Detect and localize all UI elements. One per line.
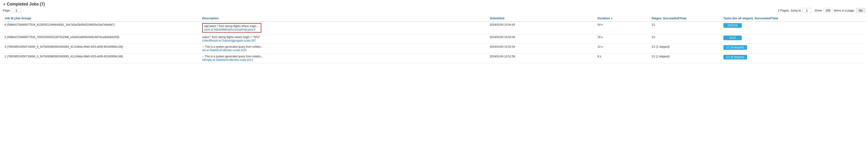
submitted-cell: 2024/01/04 10:54:43 [488, 22, 596, 34]
tasks-badge: 1/1 (8 skipped) [723, 55, 747, 59]
submitted-cell: 2024/01/04 10:51:58 [488, 53, 596, 63]
items-label: items in a page. [834, 9, 855, 12]
tasks-cell: 1/1 (8 skipped) [721, 53, 865, 63]
tasks-cell: 1/1 (8 skipped) [721, 44, 865, 53]
show-count-input[interactable] [824, 8, 833, 13]
desc-cell: select * from sternp.flights where origi… [200, 34, 488, 44]
page-text: Page: [3, 9, 10, 12]
desc-text: -- This is a system generated query from… [202, 55, 486, 58]
page-title: ▼ Completed Jobs (7) [3, 2, 865, 7]
col-header-tasks[interactable]: Tasks (for all stages): Succeeded/Total [721, 15, 865, 22]
col-header-duration[interactable]: Duration ▾ [596, 15, 650, 22]
show-label: . Show [813, 9, 822, 12]
page-label-left: Page: [3, 8, 21, 13]
sort-arrow-duration: ▾ [611, 17, 612, 20]
duration-cell: 16 s [596, 34, 650, 44]
table-header: Job Id (Job Group) Description Submitted… [3, 15, 865, 22]
highlighted-desc-box: sql('select * from sternp.flights where … [202, 23, 261, 32]
desc-link[interactable]: collectResult at OutputAggregator.scala:… [202, 39, 256, 42]
submitted-cell: 2024/01/04 10:52:00 [488, 34, 596, 44]
tasks-cell: 10/10 [721, 34, 865, 44]
desc-link[interactable]: save at NativeMethodAccessorImpl.java:0 [204, 28, 255, 31]
col-header-job-id[interactable]: Job Id (Job Group) [3, 15, 200, 22]
tasks-badge: 1/1 (8 skipped) [723, 45, 747, 50]
desc-text: -- This is a system generated query from… [202, 45, 486, 48]
toggle-icon[interactable]: ▼ [3, 2, 6, 6]
desc-cell: sql('select * from sternp.flights where … [200, 22, 488, 34]
pages-info: 1 Pages. Jump to [778, 9, 801, 12]
tasks-cell: 258/258 [721, 22, 865, 34]
go-button[interactable]: Go [856, 8, 865, 13]
stages-cell: 1/1 (1 skipped) [650, 44, 721, 53]
job-id-cell: 3 (785038524350719090_9_5478260982602493… [3, 44, 200, 53]
table-row: 1 (785038524350719090_9_5478260982602493… [3, 53, 865, 63]
tasks-badge: 258/258 [723, 23, 742, 28]
jobs-table: Job Id (Job Group) Description Submitted… [3, 15, 865, 63]
job-id-cell: 6 (598642754680077534_622855512994640081… [3, 22, 200, 34]
desc-cell: -- This is a system generated query from… [200, 44, 488, 53]
col-header-stages[interactable]: Stages: Succeeded/Total [650, 15, 721, 22]
table-body: 6 (598642754680077534_622855512994640081… [3, 22, 865, 63]
job-id-cell: 1 (785038524350719090_9_5478260982602493… [3, 53, 200, 63]
table-row: 3 (785038524350719090_9_5478260982602493… [3, 44, 865, 53]
duration-cell: 12 s [596, 44, 650, 53]
pagination-row: Page: 1 Pages. Jump to . Show items in a… [3, 8, 865, 13]
col-header-description[interactable]: Description [200, 15, 488, 22]
pagination-right: 1 Pages. Jump to . Show items in a page.… [778, 8, 865, 13]
desc-cell: -- This is a system generated query from… [200, 53, 488, 63]
title-text: Completed Jobs [7, 2, 39, 7]
table-row: 6 (598642754680077534_622855512994640081… [3, 22, 865, 34]
stages-cell: 1/1 (1 skipped) [650, 53, 721, 63]
duration-cell: 6 s [596, 53, 650, 63]
col-header-submitted[interactable]: Submitted [488, 15, 596, 22]
stages-cell: 1/1 [650, 22, 721, 34]
job-count: (7) [40, 2, 45, 7]
desc-text: sql('select * from sternp.flights where … [204, 25, 259, 28]
submitted-cell: 2024/01/04 10:52:04 [488, 44, 596, 53]
stages-cell: 1/1 [650, 34, 721, 44]
table-row: 2 (598642754680077534_755532563532287522… [3, 34, 865, 44]
desc-link[interactable]: tail at StatisticsCollection.scala:1015 [202, 49, 247, 52]
tasks-badge: 10/10 [723, 35, 742, 40]
jump-to-input[interactable] [802, 8, 811, 13]
desc-text: select * from sternp.flights where origi… [202, 35, 486, 39]
duration-cell: 54 s [596, 22, 650, 34]
page-input[interactable] [12, 8, 21, 13]
desc-link[interactable]: isEmpty at StatisticsCollection.scala:10… [202, 58, 253, 61]
job-id-cell: 2 (598642754680077534_755532563532287522… [3, 34, 200, 44]
